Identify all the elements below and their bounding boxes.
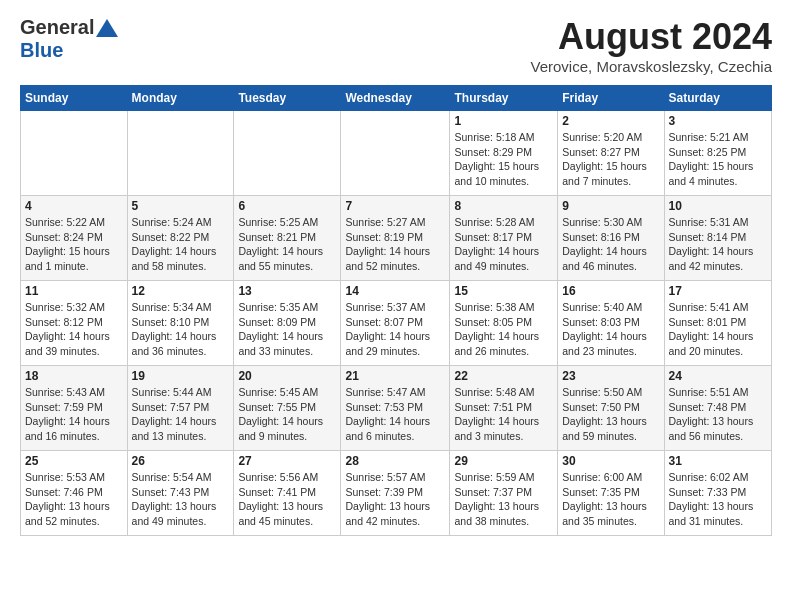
day-info: Sunrise: 5:50 AM Sunset: 7:50 PM Dayligh…	[562, 385, 659, 444]
calendar-cell: 4Sunrise: 5:22 AM Sunset: 8:24 PM Daylig…	[21, 196, 128, 281]
calendar-cell: 30Sunrise: 6:00 AM Sunset: 7:35 PM Dayli…	[558, 451, 664, 536]
day-number: 25	[25, 454, 123, 468]
day-number: 4	[25, 199, 123, 213]
day-info: Sunrise: 5:54 AM Sunset: 7:43 PM Dayligh…	[132, 470, 230, 529]
day-info: Sunrise: 5:20 AM Sunset: 8:27 PM Dayligh…	[562, 130, 659, 189]
day-number: 20	[238, 369, 336, 383]
calendar-cell: 8Sunrise: 5:28 AM Sunset: 8:17 PM Daylig…	[450, 196, 558, 281]
day-number: 3	[669, 114, 767, 128]
logo-general: General	[20, 16, 94, 39]
day-info: Sunrise: 5:38 AM Sunset: 8:05 PM Dayligh…	[454, 300, 553, 359]
day-info: Sunrise: 6:00 AM Sunset: 7:35 PM Dayligh…	[562, 470, 659, 529]
day-number: 6	[238, 199, 336, 213]
calendar-cell: 1Sunrise: 5:18 AM Sunset: 8:29 PM Daylig…	[450, 111, 558, 196]
month-title: August 2024	[531, 16, 772, 58]
day-number: 31	[669, 454, 767, 468]
day-info: Sunrise: 5:41 AM Sunset: 8:01 PM Dayligh…	[669, 300, 767, 359]
calendar-cell: 17Sunrise: 5:41 AM Sunset: 8:01 PM Dayli…	[664, 281, 771, 366]
calendar-cell: 9Sunrise: 5:30 AM Sunset: 8:16 PM Daylig…	[558, 196, 664, 281]
calendar-cell: 2Sunrise: 5:20 AM Sunset: 8:27 PM Daylig…	[558, 111, 664, 196]
calendar-cell: 6Sunrise: 5:25 AM Sunset: 8:21 PM Daylig…	[234, 196, 341, 281]
calendar-week-3: 11Sunrise: 5:32 AM Sunset: 8:12 PM Dayli…	[21, 281, 772, 366]
calendar-cell	[341, 111, 450, 196]
svg-marker-0	[96, 19, 118, 37]
day-info: Sunrise: 5:18 AM Sunset: 8:29 PM Dayligh…	[454, 130, 553, 189]
day-info: Sunrise: 5:40 AM Sunset: 8:03 PM Dayligh…	[562, 300, 659, 359]
day-number: 12	[132, 284, 230, 298]
day-number: 9	[562, 199, 659, 213]
calendar-cell	[234, 111, 341, 196]
day-number: 19	[132, 369, 230, 383]
day-info: Sunrise: 5:30 AM Sunset: 8:16 PM Dayligh…	[562, 215, 659, 274]
calendar-cell: 22Sunrise: 5:48 AM Sunset: 7:51 PM Dayli…	[450, 366, 558, 451]
calendar-week-1: 1Sunrise: 5:18 AM Sunset: 8:29 PM Daylig…	[21, 111, 772, 196]
day-info: Sunrise: 5:44 AM Sunset: 7:57 PM Dayligh…	[132, 385, 230, 444]
calendar-cell: 18Sunrise: 5:43 AM Sunset: 7:59 PM Dayli…	[21, 366, 128, 451]
calendar-table: Sunday Monday Tuesday Wednesday Thursday…	[20, 85, 772, 536]
day-number: 14	[345, 284, 445, 298]
calendar-cell: 28Sunrise: 5:57 AM Sunset: 7:39 PM Dayli…	[341, 451, 450, 536]
day-info: Sunrise: 5:47 AM Sunset: 7:53 PM Dayligh…	[345, 385, 445, 444]
day-number: 27	[238, 454, 336, 468]
calendar-cell: 7Sunrise: 5:27 AM Sunset: 8:19 PM Daylig…	[341, 196, 450, 281]
calendar-cell: 3Sunrise: 5:21 AM Sunset: 8:25 PM Daylig…	[664, 111, 771, 196]
day-number: 28	[345, 454, 445, 468]
day-info: Sunrise: 5:56 AM Sunset: 7:41 PM Dayligh…	[238, 470, 336, 529]
day-number: 17	[669, 284, 767, 298]
col-sunday: Sunday	[21, 86, 128, 111]
calendar-cell: 25Sunrise: 5:53 AM Sunset: 7:46 PM Dayli…	[21, 451, 128, 536]
calendar-cell: 13Sunrise: 5:35 AM Sunset: 8:09 PM Dayli…	[234, 281, 341, 366]
calendar-cell: 15Sunrise: 5:38 AM Sunset: 8:05 PM Dayli…	[450, 281, 558, 366]
day-number: 13	[238, 284, 336, 298]
col-monday: Monday	[127, 86, 234, 111]
day-number: 11	[25, 284, 123, 298]
calendar-cell: 27Sunrise: 5:56 AM Sunset: 7:41 PM Dayli…	[234, 451, 341, 536]
calendar-cell: 12Sunrise: 5:34 AM Sunset: 8:10 PM Dayli…	[127, 281, 234, 366]
day-info: Sunrise: 5:35 AM Sunset: 8:09 PM Dayligh…	[238, 300, 336, 359]
day-info: Sunrise: 5:24 AM Sunset: 8:22 PM Dayligh…	[132, 215, 230, 274]
calendar-header-row: Sunday Monday Tuesday Wednesday Thursday…	[21, 86, 772, 111]
logo: General Blue	[20, 16, 118, 62]
calendar-week-5: 25Sunrise: 5:53 AM Sunset: 7:46 PM Dayli…	[21, 451, 772, 536]
day-info: Sunrise: 5:32 AM Sunset: 8:12 PM Dayligh…	[25, 300, 123, 359]
calendar-cell: 26Sunrise: 5:54 AM Sunset: 7:43 PM Dayli…	[127, 451, 234, 536]
day-info: Sunrise: 5:21 AM Sunset: 8:25 PM Dayligh…	[669, 130, 767, 189]
day-info: Sunrise: 5:31 AM Sunset: 8:14 PM Dayligh…	[669, 215, 767, 274]
day-info: Sunrise: 5:53 AM Sunset: 7:46 PM Dayligh…	[25, 470, 123, 529]
col-wednesday: Wednesday	[341, 86, 450, 111]
logo-blue: Blue	[20, 39, 63, 61]
day-info: Sunrise: 5:48 AM Sunset: 7:51 PM Dayligh…	[454, 385, 553, 444]
day-number: 8	[454, 199, 553, 213]
calendar-cell: 20Sunrise: 5:45 AM Sunset: 7:55 PM Dayli…	[234, 366, 341, 451]
calendar-cell	[21, 111, 128, 196]
day-number: 10	[669, 199, 767, 213]
day-number: 16	[562, 284, 659, 298]
day-number: 1	[454, 114, 553, 128]
col-tuesday: Tuesday	[234, 86, 341, 111]
day-number: 29	[454, 454, 553, 468]
day-info: Sunrise: 5:43 AM Sunset: 7:59 PM Dayligh…	[25, 385, 123, 444]
day-info: Sunrise: 5:45 AM Sunset: 7:55 PM Dayligh…	[238, 385, 336, 444]
calendar-cell: 23Sunrise: 5:50 AM Sunset: 7:50 PM Dayli…	[558, 366, 664, 451]
day-info: Sunrise: 5:59 AM Sunset: 7:37 PM Dayligh…	[454, 470, 553, 529]
day-info: Sunrise: 5:57 AM Sunset: 7:39 PM Dayligh…	[345, 470, 445, 529]
calendar-cell: 14Sunrise: 5:37 AM Sunset: 8:07 PM Dayli…	[341, 281, 450, 366]
calendar-cell: 24Sunrise: 5:51 AM Sunset: 7:48 PM Dayli…	[664, 366, 771, 451]
header: General Blue August 2024 Verovice, Morav…	[20, 16, 772, 75]
calendar-cell	[127, 111, 234, 196]
title-block: August 2024 Verovice, Moravskoslezsky, C…	[531, 16, 772, 75]
calendar-cell: 10Sunrise: 5:31 AM Sunset: 8:14 PM Dayli…	[664, 196, 771, 281]
calendar-cell: 19Sunrise: 5:44 AM Sunset: 7:57 PM Dayli…	[127, 366, 234, 451]
day-number: 21	[345, 369, 445, 383]
calendar-cell: 16Sunrise: 5:40 AM Sunset: 8:03 PM Dayli…	[558, 281, 664, 366]
day-number: 2	[562, 114, 659, 128]
day-number: 26	[132, 454, 230, 468]
day-info: Sunrise: 5:25 AM Sunset: 8:21 PM Dayligh…	[238, 215, 336, 274]
day-info: Sunrise: 5:34 AM Sunset: 8:10 PM Dayligh…	[132, 300, 230, 359]
day-info: Sunrise: 5:22 AM Sunset: 8:24 PM Dayligh…	[25, 215, 123, 274]
day-number: 23	[562, 369, 659, 383]
calendar-cell: 21Sunrise: 5:47 AM Sunset: 7:53 PM Dayli…	[341, 366, 450, 451]
day-info: Sunrise: 5:27 AM Sunset: 8:19 PM Dayligh…	[345, 215, 445, 274]
day-number: 22	[454, 369, 553, 383]
day-info: Sunrise: 6:02 AM Sunset: 7:33 PM Dayligh…	[669, 470, 767, 529]
